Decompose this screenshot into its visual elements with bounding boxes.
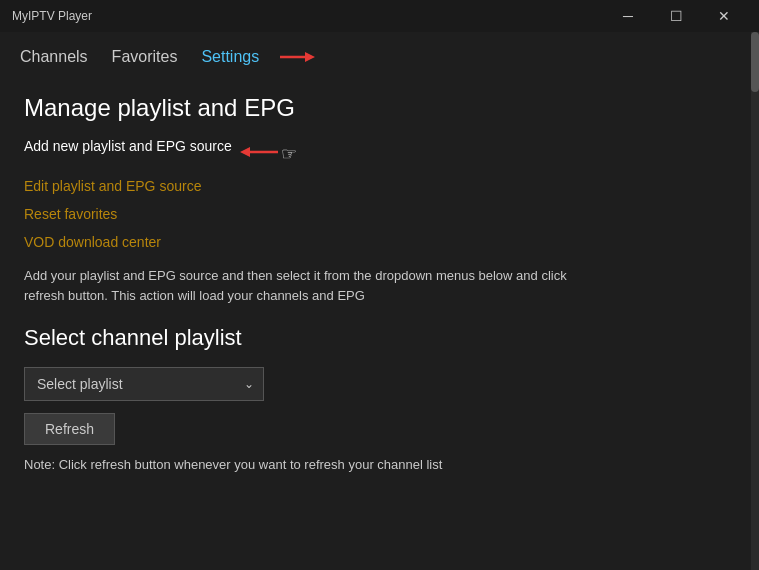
playlist-select-wrapper: Select playlist ⌄ — [24, 367, 264, 401]
page-title: Manage playlist and EPG — [24, 94, 735, 122]
title-bar-left: MyIPTV Player — [12, 9, 92, 23]
nav-bar: Channels Favorites Settings — [0, 32, 759, 78]
description-text: Add your playlist and EPG source and the… — [24, 266, 584, 305]
title-bar: MyIPTV Player ─ ☐ ✕ — [0, 0, 759, 32]
add-arrow-icon — [238, 142, 283, 162]
playlist-select[interactable]: Select playlist — [24, 367, 264, 401]
app-title: MyIPTV Player — [12, 9, 92, 23]
svg-marker-1 — [305, 52, 315, 62]
add-playlist-link[interactable]: Add new playlist and EPG source — [24, 138, 232, 154]
note-text: Note: Click refresh button whenever you … — [24, 457, 735, 472]
nav-favorites[interactable]: Favorites — [112, 44, 178, 70]
scrollbar-track[interactable] — [751, 32, 759, 570]
nav-settings[interactable]: Settings — [201, 44, 259, 70]
cursor-icon: ☞ — [281, 143, 297, 165]
vod-download-link[interactable]: VOD download center — [24, 234, 735, 250]
add-link-row: Add new playlist and EPG source ☞ — [24, 138, 735, 166]
reset-favorites-link[interactable]: Reset favorites — [24, 206, 735, 222]
refresh-button[interactable]: Refresh — [24, 413, 115, 445]
close-button[interactable]: ✕ — [701, 0, 747, 32]
section-title: Select channel playlist — [24, 325, 735, 351]
scrollbar-thumb[interactable] — [751, 32, 759, 92]
settings-arrow — [275, 47, 315, 67]
minimize-button[interactable]: ─ — [605, 0, 651, 32]
title-bar-controls: ─ ☐ ✕ — [605, 0, 747, 32]
nav-channels[interactable]: Channels — [20, 44, 88, 70]
main-content: Manage playlist and EPG Add new playlist… — [0, 78, 759, 564]
arrow-icon — [275, 47, 315, 67]
maximize-button[interactable]: ☐ — [653, 0, 699, 32]
svg-marker-3 — [240, 147, 250, 157]
edit-playlist-link[interactable]: Edit playlist and EPG source — [24, 178, 735, 194]
add-link-arrow — [238, 142, 283, 162]
